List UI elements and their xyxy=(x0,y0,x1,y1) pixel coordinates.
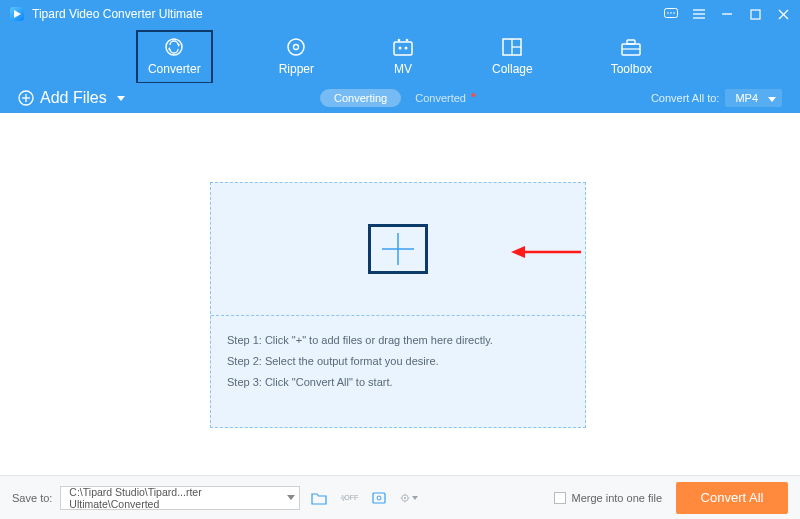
nav-label: Collage xyxy=(492,62,533,76)
add-files-button[interactable]: Add Files xyxy=(18,89,125,107)
tab-converted[interactable]: Converted• xyxy=(401,89,480,107)
speed-off-button[interactable]: OFF xyxy=(340,489,358,507)
svg-point-19 xyxy=(406,39,409,42)
converter-icon xyxy=(163,36,185,58)
checkbox-icon xyxy=(554,492,566,504)
svg-point-18 xyxy=(398,39,401,42)
chevron-down-icon xyxy=(287,495,295,500)
svg-point-3 xyxy=(670,12,672,14)
svg-rect-17 xyxy=(394,42,412,55)
svg-rect-26 xyxy=(627,40,635,44)
svg-point-2 xyxy=(667,12,669,14)
plus-circle-icon xyxy=(18,90,34,106)
feedback-icon[interactable] xyxy=(664,7,678,21)
chevron-down-icon xyxy=(412,496,418,500)
svg-marker-34 xyxy=(511,246,525,258)
menu-icon[interactable] xyxy=(692,7,706,21)
maximize-icon[interactable] xyxy=(748,7,762,21)
svg-point-37 xyxy=(377,496,381,500)
svg-point-39 xyxy=(404,497,406,499)
mv-icon xyxy=(392,36,414,58)
output-path-value: C:\Tipard Studio\Tipard...rter Ultimate\… xyxy=(69,486,279,510)
add-files-plus-button[interactable] xyxy=(368,224,428,274)
chevron-down-icon xyxy=(768,97,776,102)
svg-point-21 xyxy=(404,47,407,50)
gpu-accel-button[interactable] xyxy=(370,489,388,507)
chevron-down-icon xyxy=(117,96,125,101)
nav-ripper[interactable]: Ripper xyxy=(267,30,326,84)
notification-dot-icon: • xyxy=(471,87,476,103)
nav-toolbox[interactable]: Toolbox xyxy=(599,30,664,84)
nav-converter[interactable]: Converter xyxy=(136,30,213,84)
nav-collage[interactable]: Collage xyxy=(480,30,545,84)
nav-label: Ripper xyxy=(279,62,314,76)
output-format-dropdown[interactable]: MP4 xyxy=(725,89,782,107)
toolbox-icon xyxy=(620,36,642,58)
add-files-label: Add Files xyxy=(40,89,107,107)
merge-label: Merge into one file xyxy=(572,492,663,504)
tab-converting[interactable]: Converting xyxy=(320,89,401,107)
plus-icon xyxy=(376,227,420,271)
settings-button[interactable] xyxy=(400,489,418,507)
svg-marker-14 xyxy=(168,47,170,51)
minimize-icon[interactable] xyxy=(720,7,734,21)
footer: Save to: C:\Tipard Studio\Tipard...rter … xyxy=(0,475,800,519)
svg-point-4 xyxy=(673,12,675,14)
convert-all-label: Convert All xyxy=(701,490,764,505)
save-to-label: Save to: xyxy=(12,492,52,504)
open-folder-button[interactable] xyxy=(310,489,328,507)
step-2-text: Step 2: Select the output format you des… xyxy=(227,351,569,372)
svg-point-20 xyxy=(398,47,401,50)
app-logo-icon xyxy=(10,7,24,21)
titlebar: Tipard Video Converter Ultimate xyxy=(0,0,800,28)
nav-label: MV xyxy=(394,62,412,76)
svg-rect-36 xyxy=(373,493,385,503)
svg-point-16 xyxy=(294,45,299,50)
nav-label: Toolbox xyxy=(611,62,652,76)
step-1-text: Step 1: Click "+" to add files or drag t… xyxy=(227,330,569,351)
dropzone[interactable]: Step 1: Click "+" to add files or drag t… xyxy=(210,182,586,428)
convert-all-button[interactable]: Convert All xyxy=(676,482,788,514)
close-icon[interactable] xyxy=(776,7,790,21)
svg-rect-9 xyxy=(751,10,760,19)
step-3-text: Step 3: Click "Convert All" to start. xyxy=(227,372,569,393)
main-nav: Converter Ripper MV Collage Toolbox xyxy=(0,28,800,84)
nav-label: Converter xyxy=(148,62,201,76)
convert-all-to-label: Convert All to: xyxy=(651,92,719,104)
nav-mv[interactable]: MV xyxy=(380,30,426,84)
collage-icon xyxy=(502,36,522,58)
dropzone-instructions: Step 1: Click "+" to add files or drag t… xyxy=(211,316,585,407)
format-value: MP4 xyxy=(735,92,758,104)
app-title: Tipard Video Converter Ultimate xyxy=(32,7,203,21)
output-path-dropdown[interactable]: C:\Tipard Studio\Tipard...rter Ultimate\… xyxy=(60,486,300,510)
annotation-arrow-icon xyxy=(511,243,581,261)
subbar: Add Files Converting Converted• Convert … xyxy=(0,83,800,113)
ripper-icon xyxy=(285,36,307,58)
main-area: Step 1: Click "+" to add files or drag t… xyxy=(0,114,800,475)
svg-marker-0 xyxy=(14,10,21,18)
merge-checkbox[interactable]: Merge into one file xyxy=(554,492,663,504)
svg-marker-13 xyxy=(178,43,180,47)
svg-point-15 xyxy=(288,39,304,55)
dropzone-top xyxy=(211,183,585,315)
